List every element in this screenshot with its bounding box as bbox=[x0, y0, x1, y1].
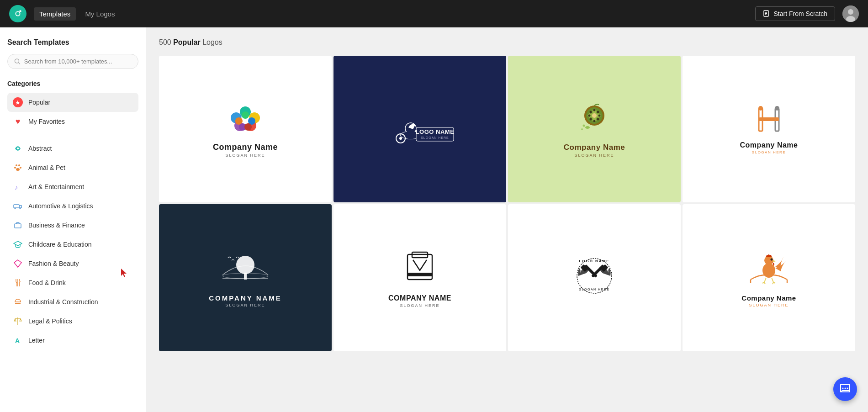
hard-hat-icon bbox=[13, 297, 23, 307]
svg-point-53 bbox=[593, 109, 596, 111]
category-label-favorites: My Favorites bbox=[28, 118, 65, 125]
svg-point-69 bbox=[775, 106, 779, 111]
svg-point-39 bbox=[244, 123, 252, 131]
sidebar-item-business[interactable]: Business & Finance bbox=[7, 216, 138, 235]
category-label-business: Business & Finance bbox=[28, 222, 85, 229]
logo-card-5[interactable]: COMPANY NAME SLOGAN HERE bbox=[159, 204, 332, 351]
content-header: 500 Popular Logos bbox=[159, 38, 855, 47]
logo-name-4: Company Name bbox=[740, 141, 798, 149]
svg-line-93 bbox=[764, 282, 765, 284]
sidebar-item-fashion[interactable]: Fashion & Beauty bbox=[7, 254, 138, 273]
app-logo[interactable] bbox=[9, 5, 26, 22]
logo-slogan-3: Slogan Here bbox=[574, 153, 614, 158]
svg-line-91 bbox=[772, 278, 773, 282]
svg-line-11 bbox=[19, 63, 20, 64]
svg-rect-76 bbox=[408, 273, 432, 276]
svg-line-90 bbox=[764, 278, 766, 282]
scale-icon bbox=[13, 316, 23, 326]
logo-slogan-8: SLOGAN HERE bbox=[749, 303, 789, 307]
diamond-icon bbox=[13, 259, 23, 269]
sidebar-title: Search Templates bbox=[7, 38, 138, 47]
logo-slogan-5: SLOGAN HERE bbox=[225, 303, 265, 307]
svg-point-59 bbox=[588, 114, 591, 116]
sidebar: Search Templates Categories Popular ♥ My… bbox=[0, 27, 146, 412]
sidebar-item-childcare[interactable]: Childcare & Education bbox=[7, 235, 138, 254]
svg-point-56 bbox=[597, 118, 599, 120]
svg-point-12 bbox=[16, 147, 19, 150]
logo-card-2[interactable]: LOGO NAME SLOGAN HERE bbox=[333, 56, 506, 202]
svg-text:SLOGAN HERE: SLOGAN HERE bbox=[579, 288, 609, 291]
category-label-industrial: Industrial & Construction bbox=[28, 298, 98, 306]
logo-slogan-6: SLOGAN HERE bbox=[400, 303, 439, 308]
category-label-abstract: Abstract bbox=[28, 145, 52, 152]
svg-text:SLOGAN HERE: SLOGAN HERE bbox=[421, 136, 449, 139]
category-label-legal: Legal & Politics bbox=[28, 317, 72, 325]
logo-count: 500 bbox=[159, 38, 171, 46]
category-label-art: Art & Entertainment bbox=[28, 183, 84, 190]
content-suffix: Logos bbox=[202, 38, 222, 46]
sidebar-item-industrial[interactable]: Industrial & Construction bbox=[7, 292, 138, 312]
nav-mylogos[interactable]: My Logos bbox=[79, 7, 120, 21]
header: Templates My Logos Start From Scratch bbox=[0, 0, 868, 27]
svg-point-8 bbox=[848, 9, 853, 15]
sidebar-item-legal[interactable]: Legal & Politics bbox=[7, 312, 138, 331]
svg-point-58 bbox=[590, 118, 592, 120]
sidebar-item-letter[interactable]: A Letter bbox=[7, 331, 138, 350]
svg-point-57 bbox=[593, 120, 596, 122]
svg-rect-19 bbox=[14, 205, 19, 208]
search-input[interactable] bbox=[24, 58, 132, 65]
logo-card-3[interactable]: Company Name Slogan Here bbox=[508, 56, 681, 202]
category-label-childcare: Childcare & Education bbox=[28, 241, 92, 248]
category-label-letter: Letter bbox=[28, 337, 45, 344]
logo-graphic-6 bbox=[399, 248, 440, 291]
graduation-icon bbox=[13, 239, 23, 249]
svg-point-17 bbox=[16, 168, 20, 171]
logo-name-5: COMPANY NAME bbox=[209, 294, 282, 302]
user-avatar[interactable] bbox=[842, 5, 859, 22]
paw-icon bbox=[13, 163, 23, 173]
svg-point-68 bbox=[758, 106, 763, 111]
svg-rect-67 bbox=[759, 117, 779, 121]
abstract-icon bbox=[13, 143, 23, 153]
search-box[interactable] bbox=[7, 54, 138, 69]
content-category: Popular bbox=[173, 38, 201, 46]
logo-card-7[interactable]: LOGO NAME SLOGAN HERE bbox=[508, 204, 681, 351]
logo-card-1[interactable]: Company Name SLOGAN HERE bbox=[159, 56, 332, 202]
logo-graphic-4 bbox=[746, 104, 792, 137]
sidebar-item-animal[interactable]: Animal & Pet bbox=[7, 158, 138, 177]
logo-card-4[interactable]: Company Name SLOGAN HERE bbox=[683, 56, 855, 202]
logo-card-8[interactable]: Company Name SLOGAN HERE bbox=[683, 204, 855, 351]
svg-rect-23 bbox=[15, 224, 21, 228]
main-content: 500 Popular Logos bbox=[146, 27, 868, 412]
svg-text:A: A bbox=[15, 337, 20, 344]
logo-graphic-3 bbox=[574, 101, 615, 139]
sidebar-item-art[interactable]: ♪ Art & Entertainment bbox=[7, 177, 138, 196]
logo-name-3: Company Name bbox=[564, 143, 625, 152]
svg-point-62 bbox=[585, 126, 590, 129]
svg-point-14 bbox=[18, 164, 20, 166]
logo-graphic-8 bbox=[746, 248, 792, 291]
chat-button[interactable] bbox=[833, 377, 857, 401]
sidebar-item-food[interactable]: Food & Drink bbox=[7, 273, 138, 292]
sidebar-item-abstract[interactable]: Abstract bbox=[7, 139, 138, 158]
sidebar-item-popular[interactable]: Popular bbox=[7, 93, 138, 112]
svg-marker-20 bbox=[19, 206, 21, 208]
svg-point-2 bbox=[19, 10, 21, 12]
svg-point-98 bbox=[847, 388, 848, 389]
start-from-scratch-button[interactable]: Start From Scratch bbox=[755, 6, 835, 21]
start-from-scratch-label: Start From Scratch bbox=[774, 10, 827, 17]
logo-card-6[interactable]: COMPANY NAME SLOGAN HERE bbox=[333, 204, 506, 351]
sidebar-item-favorites[interactable]: ♥ My Favorites bbox=[7, 112, 138, 131]
svg-point-47 bbox=[399, 137, 402, 140]
svg-point-10 bbox=[15, 59, 19, 63]
svg-text:LOGO NAME: LOGO NAME bbox=[579, 259, 609, 263]
nav-templates[interactable]: Templates bbox=[34, 7, 76, 21]
svg-point-64 bbox=[581, 128, 583, 130]
heart-icon: ♥ bbox=[13, 116, 23, 127]
header-nav: Templates My Logos bbox=[34, 7, 120, 21]
svg-text:♪: ♪ bbox=[15, 184, 18, 191]
svg-point-96 bbox=[842, 388, 844, 389]
sidebar-item-automotive[interactable]: Automotive & Logistics bbox=[7, 196, 138, 216]
document-icon bbox=[763, 10, 770, 17]
svg-line-95 bbox=[773, 282, 773, 284]
